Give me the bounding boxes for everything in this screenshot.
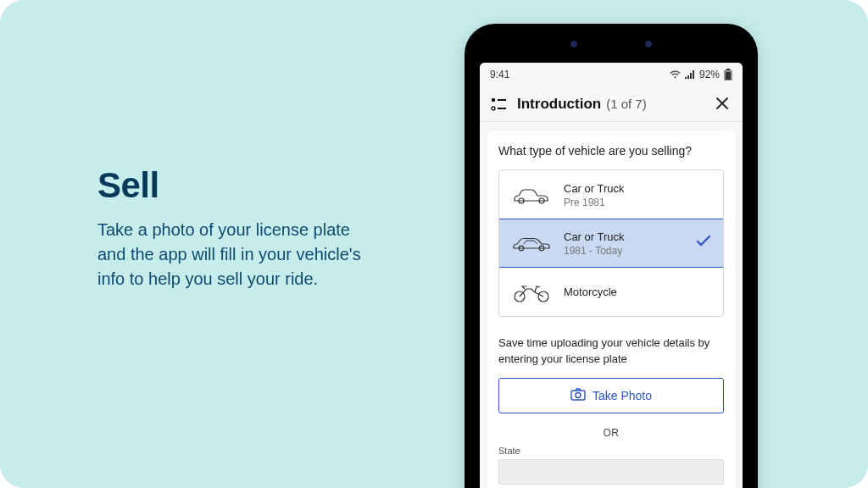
option-motorcycle[interactable]: Motorcycle xyxy=(499,267,723,316)
form-question: What type of vehicle are you selling? xyxy=(498,144,724,158)
state-input[interactable] xyxy=(498,459,724,485)
status-bar: 9:41 92% xyxy=(480,63,743,86)
nav-step: (1 of 7) xyxy=(606,97,647,111)
option-title: Car or Truck xyxy=(564,230,625,243)
or-divider: OR xyxy=(498,427,724,439)
option-car-pre1981[interactable]: Car or Truck Pre 1981 xyxy=(499,170,723,219)
option-labels: Car or Truck Pre 1981 xyxy=(564,182,625,208)
option-title: Motorcycle xyxy=(564,286,617,298)
take-photo-button[interactable]: Take Photo xyxy=(498,378,724,413)
phone-screen: 9:41 92% xyxy=(480,63,743,488)
state-label: State xyxy=(498,446,724,456)
camera-icon xyxy=(570,388,586,403)
status-right: 92% xyxy=(670,69,732,80)
option-subtitle: Pre 1981 xyxy=(564,197,625,208)
option-subtitle: 1981 - Today xyxy=(564,245,625,257)
vintage-car-icon xyxy=(511,182,552,208)
status-time: 9:41 xyxy=(490,69,509,80)
promo-title: Sell xyxy=(97,165,369,206)
svg-point-14 xyxy=(576,392,581,397)
sensor-dot xyxy=(570,41,577,47)
vehicle-options: Car or Truck Pre 1981 Car or Truck 1981 … xyxy=(498,169,724,317)
battery-text: 92% xyxy=(699,69,720,80)
option-title: Car or Truck xyxy=(564,182,625,195)
nav-title: Introduction xyxy=(517,96,601,113)
svg-point-4 xyxy=(492,107,495,110)
option-labels: Motorcycle xyxy=(564,286,617,298)
steps-icon xyxy=(490,97,509,111)
svg-rect-13 xyxy=(571,391,585,400)
promo-stage: Sell Take a photo of your license plate … xyxy=(0,0,868,488)
take-photo-label: Take Photo xyxy=(593,389,652,402)
license-plate-hint: Save time uploading your vehicle details… xyxy=(498,336,724,368)
sensor-dot xyxy=(645,41,652,47)
phone-inner: 9:41 92% xyxy=(473,32,749,488)
promo-body: Take a photo of your license plate and t… xyxy=(97,218,369,291)
option-labels: Car or Truck 1981 - Today xyxy=(564,230,625,257)
close-icon xyxy=(715,97,729,110)
signal-icon xyxy=(685,70,695,79)
check-icon xyxy=(696,236,711,251)
battery-icon xyxy=(724,69,732,80)
svg-rect-2 xyxy=(726,72,731,80)
wifi-icon xyxy=(670,70,681,79)
phone-sensors xyxy=(473,41,749,47)
modern-car-icon xyxy=(511,230,552,256)
promo-copy: Sell Take a photo of your license plate … xyxy=(97,165,369,291)
svg-point-3 xyxy=(492,97,495,101)
close-button[interactable] xyxy=(712,92,732,116)
nav-header: Introduction (1 of 7) xyxy=(480,86,743,122)
option-car-modern[interactable]: Car or Truck 1981 - Today xyxy=(498,219,724,268)
form-card: What type of vehicle are you selling? Ca… xyxy=(487,130,736,488)
phone-frame: 9:41 92% xyxy=(465,24,758,488)
svg-rect-5 xyxy=(498,99,506,101)
svg-rect-6 xyxy=(498,108,506,109)
motorcycle-icon xyxy=(511,280,552,305)
